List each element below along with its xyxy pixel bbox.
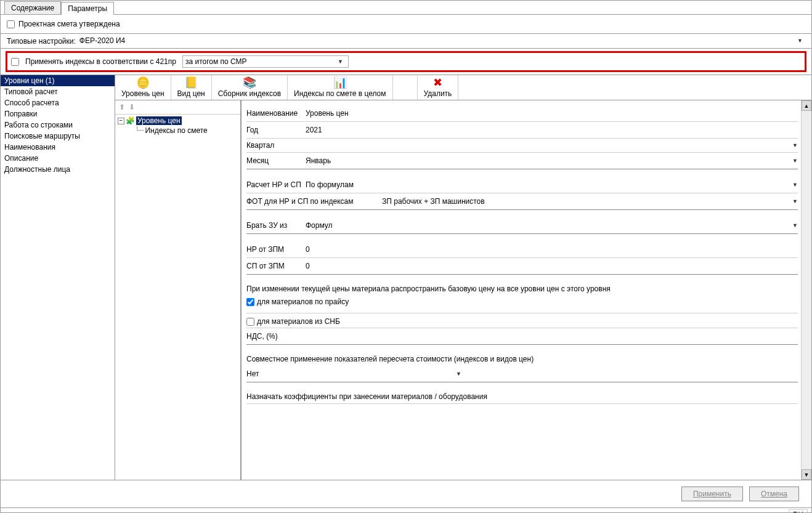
month-select[interactable]: Январь	[306, 155, 792, 166]
delete-icon: ✖	[433, 77, 442, 88]
sidebar: Уровни цен (1) Типовой расчет Способ рас…	[1, 75, 115, 480]
toolbar-collection-label: Сборник индексов	[218, 89, 281, 98]
zu-select[interactable]: Формул	[306, 220, 792, 231]
apply-indexes-checkbox[interactable]	[11, 58, 19, 66]
sidebar-item-typical[interactable]: Типовой расчет	[1, 86, 115, 97]
tree-child-label: Индексы по смете	[145, 126, 207, 135]
content: 🪙 Уровень цен 📒 Вид цен 📚 Сборник индекс…	[115, 75, 811, 480]
arrow-up-icon[interactable]: ⬆	[119, 103, 125, 111]
status-lang: RU	[789, 509, 808, 513]
chevron-down-icon[interactable]: ▼	[792, 142, 798, 148]
level-icon: 🧩	[126, 116, 135, 125]
toolbar-delete[interactable]: ✖ Удалить	[418, 75, 459, 100]
tree-connector: └─	[135, 126, 144, 135]
nrsp-select[interactable]: По формулам	[306, 179, 792, 190]
nds-label: НДС, (%)	[246, 332, 306, 341]
approved-checkbox[interactable]	[7, 20, 15, 28]
sidebar-item-levels[interactable]: Уровни цен (1)	[1, 75, 115, 86]
toolbar: 🪙 Уровень цен 📒 Вид цен 📚 Сборник индекс…	[115, 75, 811, 100]
chevron-down-icon[interactable]: ▼	[792, 158, 798, 164]
arrow-down-icon[interactable]: ⬇	[129, 103, 135, 111]
tree: − 🧩 Уровень цен └─ Индексы по смете	[115, 115, 240, 137]
row-sp-zpm: СП от ЗПМ	[246, 258, 798, 275]
quarter-select[interactable]	[306, 144, 792, 147]
apply-indexes-select[interactable]: за итогом по СМР ▼	[182, 55, 349, 68]
row-quarter: Квартал ▼	[246, 139, 798, 153]
tree-root[interactable]: − 🧩 Уровень цен	[118, 116, 238, 126]
toolbar-level-label: Уровень цен	[121, 89, 164, 98]
chevron-down-icon[interactable]: ▼	[792, 182, 798, 188]
apply-indexes-label: Применять индексы в соответствии с 421пр	[25, 57, 176, 66]
fot-select[interactable]: ЗП рабочих + ЗП машинистов	[382, 196, 792, 207]
joint-select[interactable]: Нет	[246, 368, 456, 379]
mat-price-checkbox[interactable]	[246, 298, 254, 306]
row-name: Наименование	[246, 105, 798, 122]
chevron-down-icon[interactable]: ▼	[792, 198, 798, 204]
toolbar-indexes-total[interactable]: 📊 Индексы по смете в целом	[288, 75, 392, 100]
nrsp-label: Расчет НР и СП	[246, 180, 306, 189]
form-panel: ▲ ▼ Наименование Год Квартал ▼	[241, 100, 811, 480]
sidebar-item-corrections[interactable]: Поправки	[1, 108, 115, 119]
sidebar-item-officials[interactable]: Должностные лица	[1, 164, 115, 175]
chevron-down-icon[interactable]: ▼	[792, 222, 798, 228]
fot-label: ФОТ для НР и СП по индексам	[246, 197, 382, 206]
tab-content[interactable]: Содержание	[4, 1, 61, 14]
vertical-scrollbar[interactable]: ▲ ▼	[801, 100, 811, 480]
toolbar-price-level[interactable]: 🪙 Уровень цен	[115, 75, 171, 100]
type-settings-value[interactable]: ФЕР-2020 И4	[79, 36, 797, 45]
sidebar-item-names[interactable]: Наименования	[1, 142, 115, 153]
toolbar-total-label: Индексы по смете в целом	[294, 89, 386, 98]
type-settings-label: Типовые настройки:	[7, 37, 76, 46]
sp-zpm-label: СП от ЗПМ	[246, 262, 306, 270]
name-label: Наименование	[246, 109, 306, 118]
approved-label: Проектная смета утверждена	[18, 20, 120, 28]
propagate-info: При изменении текущей цены материала рас…	[246, 282, 798, 296]
chevron-down-icon[interactable]: ▼	[338, 59, 346, 65]
tree-toolbar: ⬆ ⬇	[115, 100, 240, 115]
row-fot: ФОТ для НР и СП по индексам ЗП рабочих +…	[246, 193, 798, 210]
mat-snb-checkbox[interactable]	[246, 318, 254, 326]
sidebar-item-rows[interactable]: Работа со строками	[1, 119, 115, 131]
nds-input[interactable]	[306, 331, 798, 342]
year-input[interactable]	[306, 124, 798, 135]
zu-label: Брать ЗУ из	[246, 221, 306, 230]
cancel-button[interactable]: Отмена	[749, 487, 799, 501]
name-input[interactable]	[306, 108, 798, 119]
minus-icon[interactable]: −	[118, 118, 124, 124]
coins-icon: 🪙	[136, 77, 150, 88]
chevron-down-icon[interactable]: ▼	[797, 38, 805, 44]
statusbar: RU	[1, 507, 811, 513]
year-label: Год	[246, 126, 306, 134]
sp-zpm-input[interactable]	[306, 261, 798, 272]
toolbar-index-collection[interactable]: 📚 Сборник индексов	[212, 75, 288, 100]
main-tabs: Содержание Параметры	[1, 1, 811, 15]
toolbar-view-label: Вид цен	[177, 89, 205, 98]
apply-button[interactable]: Применить	[681, 487, 743, 501]
row-nds: НДС, (%)	[246, 328, 798, 345]
tree-child[interactable]: └─ Индексы по смете	[118, 126, 238, 135]
type-settings-row: Типовые настройки: ФЕР-2020 И4 ▼	[1, 33, 811, 49]
scroll-up-icon[interactable]: ▲	[802, 100, 811, 111]
sidebar-item-calcmethod[interactable]: Способ расчета	[1, 97, 115, 108]
row-joint: Нет ▼	[246, 366, 798, 382]
footer: Применить Отмена	[1, 480, 811, 507]
toolbar-delete-label: Удалить	[424, 89, 452, 98]
nr-zpm-input[interactable]	[306, 244, 798, 255]
row-month: Месяц Январь ▼	[246, 153, 798, 169]
sidebar-item-routes[interactable]: Поисковые маршруты	[1, 131, 115, 142]
workarea: ⬆ ⬇ − 🧩 Уровень цен └─ Индексы по смете	[115, 100, 811, 480]
toolbar-view-prices[interactable]: 📒 Вид цен	[171, 75, 212, 100]
scroll-down-icon[interactable]: ▼	[802, 469, 811, 480]
mat-snb-label: для материалов из СНБ	[257, 317, 340, 326]
mat-price-row: для материалов по прайсу	[246, 296, 798, 308]
chevron-down-icon[interactable]: ▼	[456, 371, 461, 377]
row-year: Год	[246, 122, 798, 139]
assign-info: Назначать коэффициенты при занесении мат…	[246, 390, 798, 404]
row-zu: Брать ЗУ из Формул ▼	[246, 217, 798, 234]
joint-info: Совместное применение показателей пересч…	[246, 352, 798, 366]
mat-snb-row: для материалов из СНБ	[246, 313, 798, 328]
mat-price-label: для материалов по прайсу	[257, 297, 349, 306]
tab-params[interactable]: Параметры	[61, 2, 114, 15]
approved-row: Проектная смета утверждена	[1, 15, 811, 33]
sidebar-item-description[interactable]: Описание	[1, 153, 115, 164]
